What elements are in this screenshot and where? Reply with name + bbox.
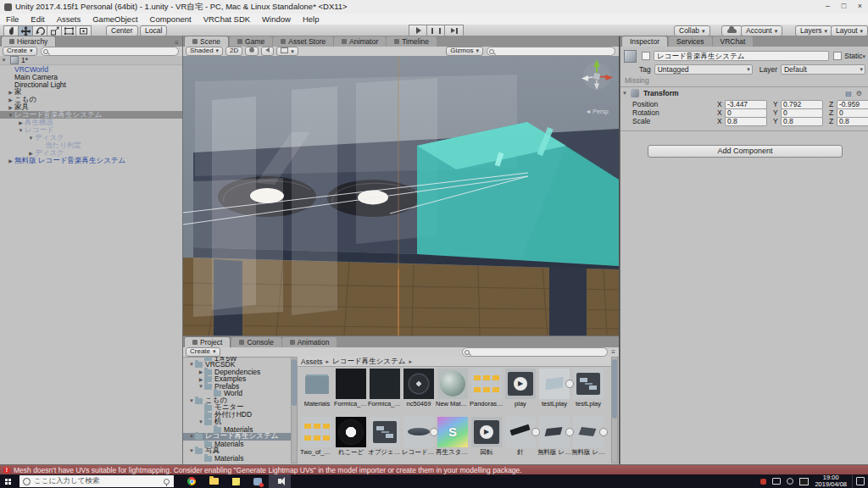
asset-item[interactable]: Two_of_us...: [300, 417, 334, 456]
foldout-icon[interactable]: ▼: [198, 419, 204, 424]
static-dropdown-icon[interactable]: [862, 52, 865, 60]
asset-item[interactable]: Formica_S...: [368, 369, 402, 408]
foldout-icon[interactable]: ▼: [17, 128, 25, 133]
audio-toggle[interactable]: [261, 47, 274, 56]
maximize-button[interactable]: □: [836, 0, 852, 14]
scene-view-tab[interactable]: Game: [230, 36, 272, 47]
pen-icon[interactable]: [164, 479, 170, 485]
asset-item[interactable]: 再生スタンダ...: [436, 417, 470, 457]
foldout-icon[interactable]: ▶: [7, 97, 14, 103]
action-center-button[interactable]: [852, 474, 868, 488]
inspector-panel-tab[interactable]: VRChat: [713, 36, 754, 47]
gizmos-dropdown[interactable]: Gizmos: [446, 47, 483, 56]
inspector-panel-tab[interactable]: Services: [669, 36, 712, 47]
foldout-icon[interactable]: ▶: [198, 376, 204, 382]
y-value-field[interactable]: 0: [781, 108, 823, 118]
scene-view-tab[interactable]: Scene: [184, 36, 229, 47]
tray-display-icon[interactable]: [799, 478, 809, 485]
gameobject-name-field[interactable]: レコード音楽再生システム: [654, 51, 829, 61]
add-component-button[interactable]: Add Component: [648, 145, 843, 158]
perspective-label[interactable]: ◄ Persp: [585, 108, 608, 115]
project-create-button[interactable]: Create: [186, 347, 220, 357]
asset-item[interactable]: 無料版 レコ...: [571, 417, 605, 457]
x-value-field[interactable]: 0.8: [725, 117, 767, 126]
asset-item[interactable]: 回転: [470, 417, 504, 457]
minimize-button[interactable]: –: [820, 0, 836, 14]
scene-header-row[interactable]: ▼ 1*: [0, 56, 182, 65]
asset-item[interactable]: 無料版 レコ...: [537, 417, 571, 457]
x-value-field[interactable]: 0: [725, 108, 767, 118]
foldout-icon[interactable]: ▶: [7, 89, 14, 95]
menu-item[interactable]: Help: [297, 14, 326, 24]
close-button[interactable]: ×: [852, 0, 868, 14]
tag-dropdown[interactable]: Untagged: [654, 64, 753, 75]
taskbar-active-app-button[interactable]: [269, 474, 291, 488]
pause-button[interactable]: [426, 25, 446, 36]
hierarchy-search-input[interactable]: [41, 47, 179, 56]
foldout-icon[interactable]: ▼: [188, 448, 195, 453]
project-tree-item[interactable]: ▶ Examples: [183, 375, 296, 383]
hierarchy-item[interactable]: 当たり判定: [0, 141, 182, 149]
foldout-icon[interactable]: ▼: [188, 434, 195, 439]
scene-search-input[interactable]: [487, 47, 615, 56]
breadcrumb-folder[interactable]: レコード再生システム: [332, 357, 405, 367]
foldout-icon[interactable]: ▼: [7, 113, 14, 118]
taskbar-search-input[interactable]: ここに入力して検索: [19, 475, 174, 487]
foldout-icon[interactable]: ▼: [27, 136, 35, 141]
menu-item[interactable]: Component: [144, 14, 198, 24]
asset-item[interactable]: Pandoras_...: [470, 369, 504, 408]
tray-chat-icon[interactable]: [772, 478, 781, 485]
asset-item[interactable]: testLplay: [537, 369, 571, 408]
static-checkbox[interactable]: [833, 52, 842, 60]
create-button[interactable]: Create: [3, 47, 37, 56]
asset-item[interactable]: オブジェクト: [368, 417, 402, 457]
project-tree-item[interactable]: Materials: [183, 441, 296, 448]
breadcrumb-assets[interactable]: Assets: [301, 358, 323, 366]
panel-menu-icon[interactable]: [175, 39, 179, 47]
project-panel-menu-icon[interactable]: [611, 348, 615, 356]
project-panel-tab[interactable]: Project: [184, 336, 231, 347]
menu-item[interactable]: Edit: [25, 14, 50, 24]
gear-icon[interactable]: ⚙: [856, 90, 862, 97]
foldout-icon[interactable]: ▶: [7, 158, 14, 164]
hierarchy-item[interactable]: ▼ レコード: [0, 126, 182, 134]
foldout-icon[interactable]: ▶: [17, 119, 25, 125]
layer-dropdown[interactable]: Default: [781, 64, 865, 75]
tray-app-icon[interactable]: [760, 479, 766, 485]
asset-item[interactable]: Formica_L...: [334, 369, 368, 408]
scene-viewport[interactable]: ◄ Persp: [183, 56, 619, 336]
foldout-icon[interactable]: ▶: [7, 104, 14, 110]
asset-item[interactable]: testLplay: [571, 369, 605, 408]
hierarchy-item[interactable]: ▶ 無料版 レコード音楽再生システム: [0, 157, 182, 164]
menu-item[interactable]: Assets: [51, 14, 87, 24]
project-panel-tab[interactable]: Console: [231, 337, 281, 347]
lighting-toggle[interactable]: [245, 47, 259, 56]
project-tree-item[interactable]: World: [183, 390, 296, 397]
asset-item[interactable]: New Materi...: [436, 369, 470, 408]
asset-item[interactable]: 針: [504, 417, 537, 457]
grid-scrollbar[interactable]: [611, 357, 618, 463]
help-book-icon[interactable]: ▤: [845, 90, 852, 97]
project-panel-tab[interactable]: Animation: [282, 337, 337, 347]
menu-item[interactable]: GameObject: [86, 14, 143, 24]
step-button[interactable]: [444, 25, 464, 36]
hierarchy-item[interactable]: ▼ ディスク: [0, 134, 182, 141]
asset-item[interactable]: nc50469: [402, 369, 436, 408]
taskbar-stickynotes-button[interactable]: [225, 474, 247, 488]
foldout-icon[interactable]: ▼: [622, 91, 631, 96]
asset-item[interactable]: play: [504, 369, 537, 408]
inspector-panel-tab[interactable]: Inspector: [621, 36, 668, 47]
project-tree-item[interactable]: 外付けHDD: [183, 412, 296, 419]
menu-item[interactable]: File: [0, 14, 25, 24]
shading-mode-dropdown[interactable]: Shaded: [186, 47, 223, 56]
tray-circle-icon[interactable]: [787, 478, 793, 485]
effects-dropdown[interactable]: [276, 47, 298, 56]
asset-item[interactable]: れこーど: [334, 417, 368, 457]
tree-scrollbar[interactable]: [291, 357, 298, 463]
foldout-icon[interactable]: ▼: [198, 384, 204, 389]
z-value-field[interactable]: 0: [837, 108, 868, 118]
menu-item[interactable]: VRChat SDK: [198, 14, 256, 24]
foldout-icon[interactable]: ▼: [188, 362, 195, 367]
taskbar-explorer-button[interactable]: [203, 474, 225, 488]
project-search-input[interactable]: [462, 347, 608, 357]
